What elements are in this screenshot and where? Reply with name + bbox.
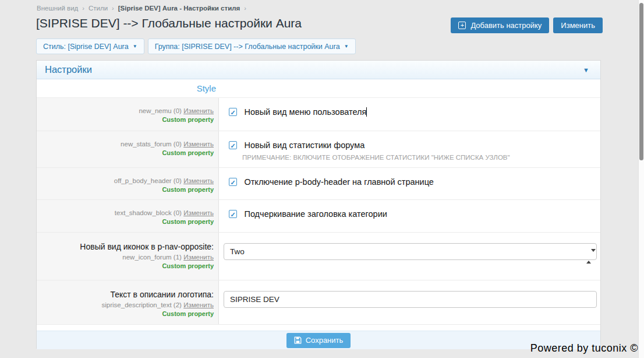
spacer	[37, 325, 600, 331]
chevron-down-icon: ▼	[344, 44, 349, 49]
setting-label-cell: new_stats_forum (0) Изменить Custom prop…	[37, 131, 219, 167]
custom-property-tag: Custom property	[41, 262, 214, 269]
selector-chips: Стиль: [Siprise DEV] Aura ▼ Группа: [SIP…	[36, 38, 356, 54]
add-setting-label: Добавить настройку	[470, 21, 542, 30]
edit-link[interactable]: Изменить	[183, 107, 214, 114]
custom-property-tag: Custom property	[41, 149, 214, 156]
setting-key: text_shadow_block (0)	[115, 209, 182, 216]
custom-property-tag: Custom property	[41, 218, 214, 225]
setting-title: Текст в описании логотипа:	[41, 290, 214, 299]
select-value: Two	[230, 247, 245, 256]
style-selector-dropdown[interactable]: Стиль: [Siprise DEV] Aura ▼	[36, 38, 144, 54]
setting-row-text-shadow-block: text_shadow_block (0) Изменить Custom pr…	[37, 200, 600, 233]
scrollbar-thumb[interactable]	[639, 3, 643, 160]
setting-hint: ПРИМЕЧАНИЕ: ВКЛЮЧИТЕ ОТОБРАЖЕНИЕ СТАТИСТ…	[242, 154, 596, 161]
custom-property-tag: Custom property	[41, 310, 214, 317]
breadcrumb-separator: ›	[244, 5, 246, 12]
setting-key: new_nemu (0)	[139, 107, 182, 114]
setting-label-cell: new_nemu (0) Изменить Custom property	[37, 98, 219, 131]
setting-key: off_p_body_header (0)	[114, 177, 182, 184]
breadcrumb: Внешний вид›Стили›[Siprise DEV] Aura - Н…	[37, 5, 250, 12]
settings-panel: Настройки ▼ Style new_nemu (0) Изменить …	[36, 60, 601, 349]
setting-title: Новый вид иконок в p-nav-opposite:	[41, 242, 214, 251]
checkbox-label[interactable]: Новый вид статистики форума	[244, 141, 365, 150]
settings-panel-header[interactable]: Настройки ▼	[37, 61, 600, 79]
group-heading: Style	[37, 79, 219, 97]
setting-row-new-icon-forum: Новый вид иконок в p-nav-opposite: new_i…	[37, 233, 600, 280]
check-icon: ✓	[230, 142, 235, 149]
edit-link[interactable]: Изменить	[183, 301, 214, 308]
edit-link[interactable]: Изменить	[183, 209, 214, 216]
group-heading-row: Style	[37, 79, 600, 98]
add-setting-button[interactable]: + Добавить настройку	[451, 17, 549, 33]
setting-key: new_icon_forum (1)	[122, 254, 182, 261]
setting-row-new-stats-forum: new_stats_forum (0) Изменить Custom prop…	[37, 131, 600, 168]
setting-control-cell: ✓ Отключение p-body-header на главной ст…	[219, 168, 600, 199]
breadcrumb-separator: ›	[112, 5, 114, 12]
setting-control-cell: ✓ Новый вид меню пользователя	[219, 98, 600, 131]
edit-link[interactable]: Изменить	[183, 254, 214, 261]
edit-link[interactable]: Изменить	[183, 141, 214, 148]
header-actions: + Добавить настройку Изменить	[451, 17, 603, 33]
collapse-caret-icon[interactable]: ▼	[583, 66, 589, 73]
select-arrows-icon	[586, 248, 591, 264]
floppy-icon	[294, 336, 302, 344]
setting-label-cell: Новый вид иконок в p-nav-opposite: new_i…	[37, 233, 219, 280]
page-title: [SIPRISE DEV] --> Глобальные настройки A…	[36, 16, 302, 30]
breadcrumb-item-style-settings[interactable]: [Siprise DEV] Aura - Настройки стиля	[118, 5, 240, 12]
setting-label-cell: off_p_body_header (0) Изменить Custom pr…	[37, 168, 219, 199]
setting-label-cell: Текст в описании логотипа: siprise_descr…	[37, 280, 219, 324]
checkbox[interactable]: ✓	[229, 210, 237, 218]
custom-property-tag: Custom property	[41, 116, 214, 123]
setting-key: new_stats_forum (0)	[121, 141, 182, 148]
setting-row-siprise-description-text: Текст в описании логотипа: siprise_descr…	[37, 280, 600, 325]
text-caret	[366, 107, 367, 117]
save-button[interactable]: Сохранить	[286, 333, 351, 348]
style-selector-label: Стиль: [Siprise DEV] Aura	[43, 43, 129, 51]
checkbox[interactable]: ✓	[229, 178, 237, 186]
icon-style-select[interactable]: Two	[224, 243, 597, 260]
breadcrumb-item-styles[interactable]: Стили	[89, 5, 108, 12]
checkbox-label[interactable]: Подчеркивание заголовка категории	[244, 209, 387, 219]
setting-control-cell	[219, 280, 601, 324]
checkbox-label[interactable]: Отключение p-body-header на главной стра…	[244, 177, 433, 187]
check-icon: ✓	[230, 211, 235, 218]
setting-control-cell: ✓ Подчеркивание заголовка категории	[219, 200, 600, 232]
chevron-down-icon: ▼	[133, 44, 137, 49]
group-selector-dropdown[interactable]: Группа: [SIPRISE DEV] --> Глобальные нас…	[148, 38, 356, 54]
check-icon: ✓	[230, 179, 235, 186]
setting-control-cell: Two	[219, 233, 601, 280]
setting-control-cell: ✓ Новый вид статистики форума ПРИМЕЧАНИЕ…	[219, 131, 600, 167]
plus-square-icon: +	[458, 22, 466, 29]
setting-row-new-nemu: new_nemu (0) Изменить Custom property ✓ …	[37, 98, 600, 131]
check-icon: ✓	[230, 109, 235, 116]
setting-key: siprise_description_text (2)	[102, 301, 182, 308]
checkbox-label[interactable]: Новый вид меню пользователя	[244, 107, 366, 117]
setting-row-off-p-body-header: off_p_body_header (0) Изменить Custom pr…	[37, 168, 600, 200]
checkbox[interactable]: ✓	[229, 108, 237, 116]
save-button-label: Сохранить	[306, 336, 344, 345]
custom-property-tag: Custom property	[41, 186, 214, 193]
logo-text-input[interactable]	[224, 291, 597, 308]
breadcrumb-item-appearance[interactable]: Внешний вид	[37, 5, 78, 12]
edit-button[interactable]: Изменить	[553, 17, 603, 33]
panel-footer: Сохранить	[37, 331, 600, 349]
group-selector-label: Группа: [SIPRISE DEV] --> Глобальные нас…	[155, 43, 340, 51]
watermark: Powered by tuconix ©	[530, 342, 638, 355]
edit-link[interactable]: Изменить	[183, 177, 214, 184]
edit-button-label: Изменить	[561, 21, 595, 30]
checkbox[interactable]: ✓	[229, 141, 237, 149]
setting-label-cell: text_shadow_block (0) Изменить Custom pr…	[37, 200, 219, 232]
breadcrumb-separator: ›	[82, 5, 84, 12]
panel-title: Настройки	[45, 64, 92, 75]
